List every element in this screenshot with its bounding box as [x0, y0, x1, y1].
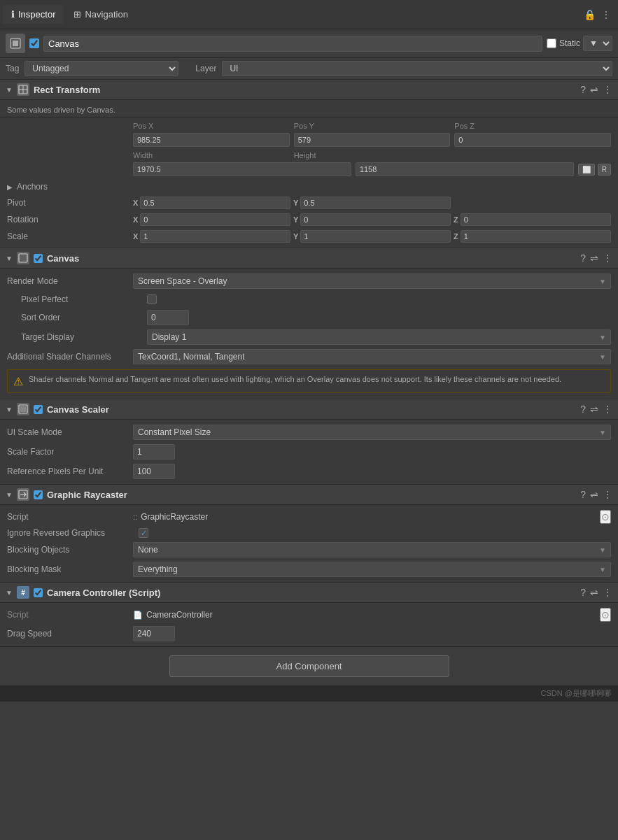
height-input[interactable]	[356, 162, 574, 176]
scale-z-item: Z	[454, 230, 611, 243]
pos-x-input[interactable]	[133, 133, 290, 147]
object-icon	[6, 34, 25, 53]
rect-transform-header[interactable]: ▼ Rect Transform ? ⇌ ⋮	[0, 80, 618, 100]
scale-z-input[interactable]	[461, 230, 611, 243]
canvas-scaler-header[interactable]: ▼ Canvas Scaler ? ⇌ ⋮	[0, 399, 618, 420]
tab-inspector[interactable]: ℹ Inspector	[3, 5, 64, 24]
cc-script-target-btn[interactable]: ⊙	[600, 608, 611, 622]
canvas-section-header[interactable]: ▼ Canvas ? ⇌ ⋮	[0, 248, 618, 269]
scale-x-label: X	[133, 232, 138, 241]
anchors-arrow: ▶	[7, 183, 13, 191]
rotation-xyz: X Y Z	[133, 213, 611, 226]
pos-x-header: Pos X	[133, 122, 290, 130]
rect-transform-help-btn[interactable]: ?	[580, 84, 586, 95]
rot-y-input[interactable]	[300, 213, 451, 226]
shader-channels-dropdown[interactable]: TexCoord1, Normal, Tangent ▼	[133, 349, 611, 364]
canvas-help-btn[interactable]: ?	[580, 252, 586, 264]
lock-icon[interactable]: 🔒	[584, 9, 596, 20]
pos-z-input[interactable]	[454, 133, 611, 147]
anchors-row[interactable]: ▶ Anchors	[0, 179, 618, 194]
render-mode-arrow: ▼	[599, 278, 606, 285]
sort-order-row: Sort Order	[0, 308, 618, 327]
canvas-warning-box: ⚠ Shader channels Normal and Tangent are…	[7, 369, 611, 393]
pos-z-header: Pos Z	[454, 122, 611, 130]
height-header: Height	[294, 151, 451, 159]
more-options-icon[interactable]: ⋮	[601, 9, 611, 20]
rot-x-input[interactable]	[140, 213, 290, 226]
graphic-raycaster-more-btn[interactable]: ⋮	[603, 489, 612, 500]
graphic-raycaster-header[interactable]: ▼ Graphic Raycaster ? ⇌ ⋮	[0, 485, 618, 505]
layer-select[interactable]: UI	[222, 61, 612, 76]
canvas-scaler-settings-btn[interactable]: ⇌	[590, 404, 598, 415]
target-display-dropdown[interactable]: Display 1 ▼	[147, 329, 611, 345]
object-header: Static ▼	[0, 29, 618, 58]
camera-controller-settings-btn[interactable]: ⇌	[590, 587, 598, 598]
canvas-more-btn[interactable]: ⋮	[603, 252, 612, 264]
sort-order-input[interactable]	[147, 310, 189, 325]
rect-transform-section: ▼ Rect Transform ? ⇌ ⋮ Some values drive…	[0, 80, 618, 248]
ref-pixels-input[interactable]	[133, 464, 175, 479]
canvas-scaler-help-btn[interactable]: ?	[580, 404, 586, 415]
static-dropdown[interactable]: ▼	[583, 36, 612, 51]
ignore-reversed-label: Ignore Reversed Graphics	[7, 528, 133, 538]
gr-script-icon: ::	[133, 513, 137, 521]
rect-transform-settings-btn[interactable]: ⇌	[590, 84, 598, 95]
tag-select[interactable]: Untagged	[24, 61, 178, 76]
ui-scale-value: Constant Pixel Size	[138, 427, 211, 437]
scale-factor-input[interactable]	[133, 444, 175, 460]
rect-transform-actions: ? ⇌ ⋮	[580, 84, 612, 95]
ui-scale-dropdown[interactable]: Constant Pixel Size ▼	[133, 425, 611, 440]
canvas-scaler-checkbox[interactable]	[34, 405, 43, 414]
rect-transform-more-btn[interactable]: ⋮	[603, 84, 612, 95]
render-mode-dropdown[interactable]: Screen Space - Overlay ▼	[133, 273, 611, 289]
rt-rect-btn[interactable]: ⬜	[578, 164, 595, 176]
target-display-value: Display 1	[152, 332, 186, 342]
scale-y-input[interactable]	[300, 230, 451, 243]
blocking-mask-dropdown[interactable]: Everything ▼	[133, 562, 611, 577]
shader-channels-arrow: ▼	[599, 353, 606, 361]
pivot-y-item: Y	[293, 197, 451, 209]
pos-y-input[interactable]	[294, 133, 451, 147]
rot-z-input[interactable]	[461, 213, 611, 226]
graphic-raycaster-checkbox[interactable]	[34, 490, 43, 499]
static-checkbox[interactable]	[547, 38, 556, 48]
target-display-label: Target Display	[21, 332, 147, 342]
scale-factor-row: Scale Factor	[0, 442, 618, 462]
object-enabled-checkbox[interactable]	[29, 38, 39, 48]
pivot-y-input[interactable]	[300, 197, 451, 209]
tab-navigation[interactable]: ⊞ Navigation	[65, 5, 136, 24]
cc-script-row: Script 📄 CameraController ⊙	[0, 606, 618, 624]
camera-controller-checkbox[interactable]	[34, 588, 43, 597]
graphic-raycaster-settings-btn[interactable]: ⇌	[590, 489, 598, 500]
canvas-scaler-body: UI Scale Mode Constant Pixel Size ▼ Scal…	[0, 420, 618, 484]
camera-controller-title: Camera Controller (Script)	[47, 588, 576, 598]
camera-controller-header[interactable]: ▼ # Camera Controller (Script) ? ⇌ ⋮	[0, 583, 618, 603]
blocking-objects-dropdown[interactable]: None ▼	[133, 542, 611, 557]
pixel-perfect-checkbox[interactable]	[147, 294, 157, 304]
camera-controller-help-btn[interactable]: ?	[580, 587, 586, 598]
scale-factor-label: Scale Factor	[7, 447, 133, 457]
camera-controller-arrow: ▼	[6, 589, 13, 597]
add-component-button[interactable]: Add Component	[169, 655, 449, 677]
graphic-raycaster-help-btn[interactable]: ?	[580, 489, 586, 500]
drag-speed-input[interactable]	[133, 626, 175, 641]
wh-values-row: ⬜ R	[0, 161, 618, 179]
ref-pixels-row: Reference Pixels Per Unit	[0, 462, 618, 481]
rot-y-label: Y	[293, 215, 298, 224]
rt-r-btn[interactable]: R	[598, 164, 611, 176]
canvas-enabled-checkbox[interactable]	[34, 254, 43, 263]
wh-labels-row: Width Height	[0, 150, 618, 161]
gr-script-target-btn[interactable]: ⊙	[600, 510, 611, 524]
ignore-reversed-checkbox[interactable]: ✓	[139, 528, 148, 538]
watermark-text: CSDN @是哪哪啊哪	[541, 688, 611, 699]
width-input[interactable]	[133, 162, 351, 176]
scale-x-input[interactable]	[140, 230, 290, 243]
object-name-input[interactable]	[43, 36, 542, 52]
pivot-x-input[interactable]	[140, 197, 290, 209]
graphic-raycaster-icon	[17, 488, 29, 501]
canvas-settings-btn[interactable]: ⇌	[590, 252, 598, 264]
camera-controller-more-btn[interactable]: ⋮	[603, 587, 612, 598]
tag-label: Tag	[6, 64, 19, 73]
target-display-row: Target Display Display 1 ▼	[0, 327, 618, 347]
canvas-scaler-more-btn[interactable]: ⋮	[603, 404, 612, 415]
